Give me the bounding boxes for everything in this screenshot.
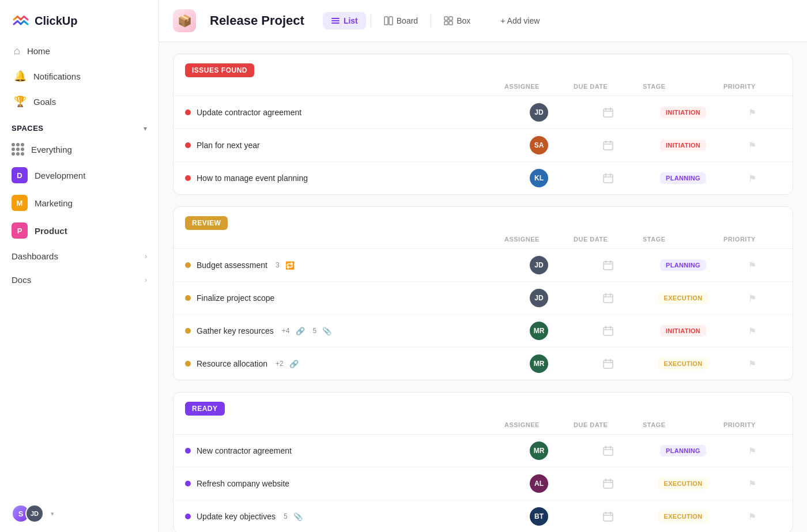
assignee-cell: MR: [504, 322, 574, 340]
stage-cell: INITIATION: [643, 325, 723, 337]
flag-icon: ⚑: [748, 511, 756, 522]
table-row[interactable]: Gather key resources +4 🔗 5 📎 MR: [174, 315, 793, 348]
date-cell[interactable]: [574, 325, 643, 337]
col-assignee: ASSIGNEE: [504, 236, 574, 243]
sidebar-item-marketing[interactable]: M Marketing: [0, 189, 159, 217]
svg-rect-2: [331, 22, 340, 24]
date-cell[interactable]: [574, 358, 643, 369]
col-due-date: DUE DATE: [574, 236, 643, 243]
sidebar-item-home[interactable]: ⌂ Home: [7, 39, 152, 63]
date-cell[interactable]: [574, 511, 643, 522]
task-name-budget: Budget assessment 3 🔁: [185, 261, 504, 270]
sidebar-item-everything[interactable]: Everything: [0, 137, 159, 161]
svg-rect-11: [604, 175, 613, 183]
svg-rect-14: [604, 327, 613, 335]
task-dot: [185, 481, 191, 486]
table-row[interactable]: Budget assessment 3 🔁 JD PLANNING: [174, 249, 793, 282]
marketing-dot: M: [12, 195, 28, 211]
spaces-title: Spaces: [12, 124, 44, 133]
main-header: 📦 Release Project List Board: [159, 0, 807, 42]
table-row[interactable]: Update contractor agreement JD INITIATIO…: [174, 96, 793, 129]
task-name-manage-event: How to manage event planning: [185, 173, 504, 183]
flag-icon: ⚑: [748, 478, 756, 489]
priority-cell: ⚑: [723, 359, 781, 369]
task-extra-count2: +2: [276, 360, 284, 368]
assignee-cell: JD: [504, 103, 574, 122]
date-cell[interactable]: [574, 478, 643, 489]
svg-rect-1: [331, 20, 340, 21]
issues-found-header: ISSUES FOUND: [174, 54, 793, 77]
avatar: JD: [530, 103, 548, 122]
development-label: Development: [35, 171, 85, 180]
table-row[interactable]: Refresh company website AL EXECUTION: [174, 467, 793, 500]
svg-rect-17: [604, 480, 613, 488]
dashboards-label: Dashboards: [12, 251, 58, 261]
section-issues-found: ISSUES FOUND ASSIGNEE DUE DATE STAGE PRI…: [173, 54, 793, 195]
stage-cell: PLANNING: [643, 259, 723, 271]
col-priority: PRIORITY: [723, 83, 781, 90]
svg-rect-13: [604, 295, 613, 303]
assignee-cell: MR: [504, 354, 574, 373]
stage-cell: INITIATION: [643, 107, 723, 118]
section-ready: READY ASSIGNEE DUE DATE STAGE PRIORITY N…: [173, 392, 793, 532]
date-cell[interactable]: [574, 139, 643, 151]
flag-icon: ⚑: [748, 173, 756, 184]
date-cell[interactable]: [574, 445, 643, 456]
task-name-resource-allocation: Resource allocation +2 🔗: [185, 359, 504, 368]
calendar-icon: [602, 325, 614, 337]
sidebar-item-development[interactable]: D Development: [0, 161, 159, 189]
task-attachment-count: 5: [313, 327, 317, 335]
tab-board[interactable]: Board: [376, 12, 426, 29]
svg-rect-3: [384, 17, 388, 25]
sidebar-item-goals[interactable]: 🏆 Goals: [7, 89, 152, 114]
avatar-group: S JD: [12, 504, 44, 523]
priority-cell: ⚑: [723, 511, 781, 522]
task-attachment-count2: 5: [284, 512, 288, 520]
stage-cell: INITIATION: [643, 139, 723, 151]
avatar: SA: [530, 136, 548, 154]
col-task: [185, 236, 504, 243]
tab-list[interactable]: List: [323, 12, 366, 29]
stage-cell: EXECUTION: [643, 478, 723, 489]
stage-badge: EXECUTION: [658, 292, 708, 304]
stage-cell: EXECUTION: [643, 511, 723, 522]
assignee-cell: AL: [504, 474, 574, 493]
task-dot: [185, 110, 191, 115]
add-view-button[interactable]: + Add view: [492, 12, 548, 29]
spaces-collapse-icon[interactable]: ▾: [144, 124, 147, 133]
table-row[interactable]: How to manage event planning KL PLANNING: [174, 162, 793, 194]
sidebar-item-dashboards[interactable]: Dashboards ›: [0, 244, 159, 268]
date-cell[interactable]: [574, 292, 643, 304]
list-tab-icon: [331, 16, 340, 25]
svg-rect-18: [604, 513, 613, 521]
calendar-icon: [602, 139, 614, 151]
table-row[interactable]: Finalize project scope JD EXECUTION ⚑: [174, 282, 793, 315]
task-dot: [185, 361, 191, 367]
sidebar-item-docs[interactable]: Docs ›: [0, 268, 159, 292]
assignee-cell: MR: [504, 442, 574, 460]
tab-box[interactable]: Box: [436, 12, 478, 29]
assignee-cell: BT: [504, 507, 574, 526]
task-dot: [185, 448, 191, 454]
col-priority: PRIORITY: [723, 421, 781, 428]
box-tab-icon: [444, 16, 453, 25]
product-label: Product: [35, 226, 67, 236]
issues-found-badge: ISSUES FOUND: [185, 63, 254, 77]
table-row[interactable]: Resource allocation +2 🔗 MR EXECUTION: [174, 348, 793, 380]
sidebar-item-notifications[interactable]: 🔔 Notifications: [7, 64, 152, 88]
calendar-icon: [602, 511, 614, 522]
col-priority: PRIORITY: [723, 236, 781, 243]
table-row[interactable]: Plan for next year SA INITIATION ⚑: [174, 129, 793, 162]
review-badge: REVIEW: [185, 216, 228, 230]
date-cell[interactable]: [574, 259, 643, 271]
table-row[interactable]: Update key objectives 5 📎 BT EXECUTION: [174, 500, 793, 532]
project-icon: 📦: [173, 9, 196, 32]
link-icon2: 🔗: [289, 360, 299, 368]
sidebar-item-product[interactable]: P Product: [0, 217, 159, 244]
table-row[interactable]: New contractor agreement MR PLANNING: [174, 435, 793, 467]
date-cell[interactable]: [574, 107, 643, 118]
profile-chevron-icon[interactable]: ▾: [51, 510, 54, 518]
date-cell[interactable]: [574, 172, 643, 184]
clickup-logo-icon: [12, 12, 30, 30]
tab-list-label: List: [344, 16, 358, 25]
